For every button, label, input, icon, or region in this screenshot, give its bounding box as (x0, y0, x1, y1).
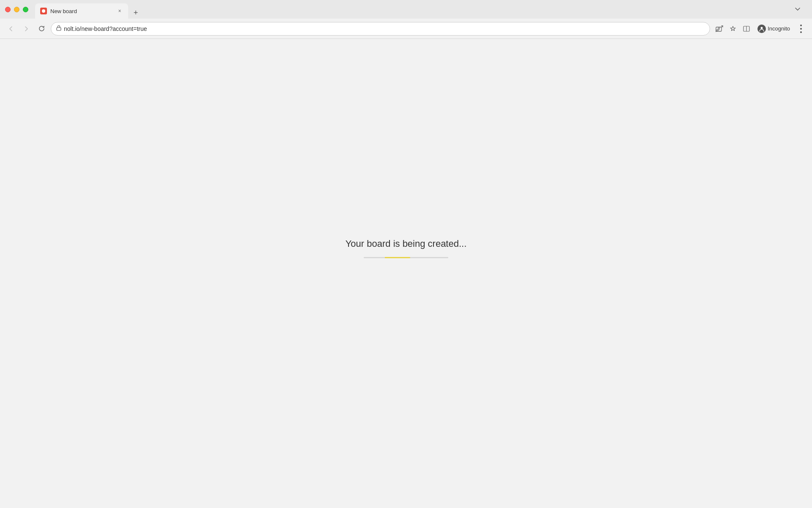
split-screen-icon[interactable] (741, 23, 752, 35)
close-window-button[interactable] (5, 7, 11, 12)
cast-icon[interactable] (713, 23, 725, 35)
tabs-right-controls (792, 3, 807, 15)
refresh-button[interactable] (36, 23, 47, 35)
forward-button[interactable] (20, 23, 32, 35)
title-bar: New board × + (0, 0, 812, 19)
browser-menu-button[interactable] (795, 23, 807, 35)
three-dots-icon (800, 25, 802, 33)
incognito-label: Incognito (768, 25, 790, 32)
loading-text: Your board is being created... (346, 238, 467, 249)
maximize-window-button[interactable] (23, 7, 28, 12)
bookmark-icon[interactable] (727, 23, 739, 35)
tabs-bar: New board × + (35, 0, 792, 19)
incognito-avatar (757, 25, 766, 33)
new-tab-button[interactable]: + (130, 7, 142, 19)
traffic-lights (5, 7, 28, 12)
svg-point-2 (716, 31, 716, 32)
url-bar[interactable]: nolt.io/new-board?account=true (51, 22, 710, 36)
incognito-profile-button[interactable]: Incognito (754, 23, 793, 35)
back-button[interactable] (5, 23, 17, 35)
page-content: Your board is being created... (0, 39, 812, 508)
tab-title: New board (50, 8, 113, 14)
svg-rect-0 (57, 28, 61, 30)
address-bar-actions: Incognito (713, 23, 807, 35)
tab-favicon (40, 8, 47, 14)
lock-icon (56, 25, 61, 32)
address-bar: nolt.io/new-board?account=true (0, 19, 812, 39)
progress-bar (364, 257, 448, 258)
loading-container: Your board is being created... (346, 238, 467, 258)
tab-close-button[interactable]: × (116, 8, 123, 14)
minimize-window-button[interactable] (14, 7, 19, 12)
url-text: nolt.io/new-board?account=true (64, 25, 705, 32)
tabs-dropdown-button[interactable] (792, 3, 804, 15)
svg-point-4 (761, 27, 763, 29)
progress-bar-fill (364, 257, 410, 258)
active-tab[interactable]: New board × (35, 3, 128, 19)
